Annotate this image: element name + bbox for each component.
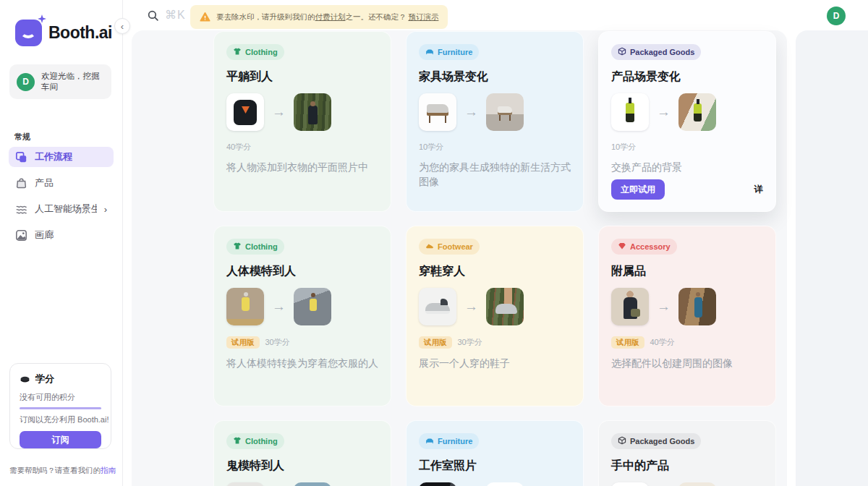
before-image bbox=[611, 93, 649, 131]
credits-cost: 40学分 bbox=[650, 337, 675, 348]
category-badge: Clothing bbox=[226, 44, 284, 60]
banner-text: 要去除水印，请升级到我们的付费计划之一。还不确定？ 预订演示 bbox=[216, 12, 438, 22]
nav-label: 画廊 bbox=[35, 229, 54, 242]
arrow-right-icon: → bbox=[657, 104, 671, 120]
before-image bbox=[611, 288, 649, 325]
book-demo-link[interactable]: 预订演示 bbox=[408, 12, 438, 21]
gem-icon bbox=[618, 242, 626, 252]
credits-empty-text: 没有可用的积分 bbox=[20, 392, 101, 403]
workflow-description: 选择配件以创建周围的图像 bbox=[611, 356, 763, 370]
nav-label: 产品 bbox=[35, 176, 54, 189]
after-image bbox=[294, 482, 331, 486]
category-label: Furniture bbox=[438, 48, 472, 56]
credits-cost: 10学分 bbox=[419, 142, 443, 153]
card-meta: 40学分 bbox=[226, 142, 378, 153]
sidebar-nav-item[interactable]: 工作流程 bbox=[9, 147, 114, 167]
brand-name: Booth.ai bbox=[48, 23, 112, 43]
thumbnail-pair: → bbox=[226, 93, 378, 131]
workflow-card[interactable]: Clothing 鬼模特到人 → bbox=[213, 420, 391, 486]
watermark-banner: 要去除水印，请升级到我们的付费计划之一。还不确定？ 预订演示 bbox=[190, 5, 448, 29]
workflow-card[interactable]: Packaged Goods 产品场景变化 → 10学分 交换产品的背景 立即试… bbox=[598, 31, 776, 212]
workspace-avatar: D bbox=[17, 73, 35, 91]
sparkle-icon bbox=[38, 14, 46, 23]
help-text: 需要帮助吗？请查看我们的指南 bbox=[9, 466, 116, 476]
tshirt-icon bbox=[233, 47, 242, 57]
brand-logo[interactable]: Booth.ai bbox=[15, 20, 112, 46]
scene-icon bbox=[15, 203, 27, 216]
details-link[interactable]: 详 bbox=[754, 184, 764, 196]
card-meta: 10学分 bbox=[419, 142, 571, 153]
category-badge: Footwear bbox=[419, 239, 480, 255]
before-image bbox=[226, 288, 264, 325]
workflow-title: 工作室照片 bbox=[419, 459, 571, 474]
user-avatar[interactable]: D bbox=[827, 7, 846, 25]
nav-label: 工作流程 bbox=[35, 150, 72, 163]
workflow-title: 平躺到人 bbox=[226, 69, 378, 85]
sidebar-nav: 工作流程 产品 人工智能场景生... › 画廊 bbox=[9, 147, 114, 245]
before-image bbox=[419, 288, 456, 325]
workflow-card[interactable]: Accessory 附属品 → 试用版 40学分 选择配件以创建周围的图像 bbox=[598, 226, 776, 406]
category-label: Clothing bbox=[245, 437, 278, 446]
credits-cost: 40学分 bbox=[226, 142, 251, 153]
guide-link[interactable]: 指南 bbox=[101, 466, 116, 474]
thumbnail-pair: → bbox=[611, 93, 763, 131]
workflow-card[interactable]: Packaged Goods 手中的产品 → bbox=[598, 420, 776, 486]
workflow-card[interactable]: Clothing 人体模特到人 → 试用版 30学分 将人体模特转换为穿着您衣服… bbox=[213, 226, 391, 406]
subscribe-hint: 订阅以充分利用 Booth.ai! bbox=[20, 414, 101, 425]
category-label: Clothing bbox=[245, 48, 278, 56]
try-now-button[interactable]: 立即试用 bbox=[611, 179, 665, 200]
thumbnail-pair: → bbox=[419, 482, 571, 486]
workflow-title: 附属品 bbox=[611, 264, 763, 279]
before-image bbox=[419, 93, 456, 131]
category-label: Furniture bbox=[438, 437, 472, 446]
after-image bbox=[678, 93, 716, 131]
arrow-right-icon: → bbox=[464, 104, 478, 120]
workspace-label: 欢迎光临，挖掘车间 bbox=[41, 71, 100, 93]
workflow-description: 为您的家具生成独特的新生活方式图像 bbox=[419, 160, 571, 189]
cube-icon bbox=[618, 436, 626, 446]
paid-plans-link[interactable]: 付费计划 bbox=[315, 12, 346, 21]
credits-title: 学分 bbox=[35, 372, 54, 385]
credits-panel: 学分 没有可用的积分 订阅以充分利用 Booth.ai! 订阅 bbox=[9, 363, 111, 449]
sidebar-nav-item[interactable]: 人工智能场景生... › bbox=[9, 199, 114, 219]
arrow-right-icon: → bbox=[657, 299, 671, 315]
couch-icon bbox=[425, 436, 434, 446]
workflow-description: 将人体模特转换为穿着您衣服的人 bbox=[226, 356, 378, 370]
card-meta: 10学分 bbox=[611, 142, 763, 153]
workspace-chip[interactable]: D 欢迎光临，挖掘车间 bbox=[9, 64, 111, 99]
workflow-card[interactable]: Furniture 家具场景变化 → 10学分 为您的家具生成独特的新生活方式图… bbox=[406, 31, 584, 212]
card-meta: 试用版 30学分 bbox=[419, 336, 571, 349]
card-meta: 试用版 40学分 bbox=[611, 336, 763, 349]
chevron-left-icon: ‹ bbox=[121, 21, 124, 32]
tshirt-icon bbox=[233, 436, 242, 446]
tshirt-icon bbox=[233, 242, 242, 252]
search-icon[interactable] bbox=[147, 9, 159, 22]
nav-label: 人工智能场景生... bbox=[35, 202, 97, 216]
sidebar-nav-item[interactable]: 产品 bbox=[9, 173, 114, 193]
category-badge: Accessory bbox=[611, 239, 677, 255]
arrow-right-icon: → bbox=[272, 299, 286, 315]
after-image bbox=[678, 288, 716, 325]
category-label: Clothing bbox=[245, 242, 278, 251]
credits-coin-icon bbox=[20, 375, 30, 383]
thumbnail-pair: → bbox=[419, 93, 571, 131]
sidebar-collapse-button[interactable]: ‹ bbox=[114, 18, 130, 34]
sidebar: Booth.ai D 欢迎光临，挖掘车间 常规 工作流程 产品 人工智能场景生.… bbox=[0, 0, 123, 486]
arrow-right-icon: → bbox=[272, 104, 286, 120]
workflow-title: 家具场景变化 bbox=[419, 69, 571, 85]
subscribe-button[interactable]: 订阅 bbox=[20, 431, 101, 448]
category-label: Footwear bbox=[438, 242, 473, 251]
right-peek-panel bbox=[796, 30, 868, 486]
workflow-description: 将人物添加到衣物的平面照片中 bbox=[226, 160, 378, 174]
category-badge: Furniture bbox=[419, 44, 479, 60]
sidebar-nav-item[interactable]: 画廊 bbox=[9, 225, 114, 245]
credits-progress-bar bbox=[20, 407, 101, 409]
workflow-icon bbox=[15, 151, 27, 163]
smile-icon bbox=[20, 25, 36, 38]
workflow-title: 人体模特到人 bbox=[226, 264, 378, 279]
workflow-card[interactable]: Footwear 穿鞋穿人 → 试用版 30学分 展示一个人穿的鞋子 bbox=[406, 226, 584, 406]
workflow-card[interactable]: Clothing 平躺到人 → 40学分 将人物添加到衣物的平面照片中 bbox=[213, 31, 391, 212]
before-image bbox=[611, 482, 649, 486]
thumbnail-pair: → bbox=[226, 288, 378, 325]
workflow-card[interactable]: Furniture 工作室照片 → bbox=[406, 420, 584, 486]
